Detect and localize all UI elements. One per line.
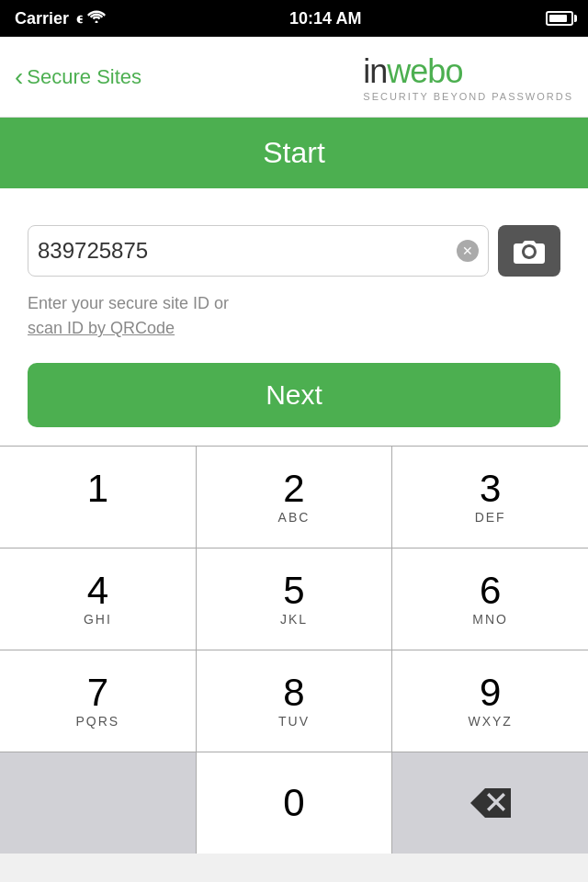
carrier-label: Carrier: [15, 9, 69, 28]
input-row: ✕: [28, 225, 560, 277]
clear-button[interactable]: ✕: [457, 240, 479, 262]
logo-tagline: SECURITY BEYOND PASSWORDS: [363, 91, 573, 102]
hint-text: Enter your secure site ID or scan ID by …: [28, 291, 560, 341]
logo: inwebo SECURITY BEYOND PASSWORDS: [363, 52, 573, 102]
keypad-row-3: 7 PQRS 8 TUV 9 WXYZ: [0, 650, 588, 752]
keypad: 1 2 ABC 3 DEF 4 GHI 5 JKL 6 MNO 7 PQRS: [0, 446, 588, 854]
back-label: Secure Sites: [27, 65, 141, 89]
key-0[interactable]: 0: [197, 752, 393, 854]
site-id-input[interactable]: [38, 238, 457, 264]
key-7[interactable]: 7 PQRS: [0, 650, 197, 752]
logo-text: inwebo: [363, 52, 462, 91]
main-content: ✕ Enter your secure site ID or scan ID b…: [0, 188, 588, 446]
key-9[interactable]: 9 WXYZ: [392, 650, 588, 752]
qr-scan-link[interactable]: scan ID by QRCode: [28, 319, 175, 337]
key-4[interactable]: 4 GHI: [0, 548, 197, 650]
back-chevron-icon: ‹: [15, 64, 23, 90]
logo-webo: webo: [387, 52, 462, 90]
battery-icon: [546, 11, 573, 26]
keypad-row-1: 1 2 ABC 3 DEF: [0, 447, 588, 548]
key-1[interactable]: 1: [0, 447, 197, 548]
svg-point-1: [525, 247, 534, 256]
key-empty: [0, 752, 197, 854]
section-header: Start: [0, 118, 588, 188]
status-left: Carrier 𝛜: [15, 9, 106, 28]
key-5[interactable]: 5 JKL: [197, 548, 393, 650]
key-8[interactable]: 8 TUV: [197, 650, 393, 752]
status-bar: Carrier 𝛜 10:14 AM: [0, 0, 588, 37]
site-id-input-wrapper: ✕: [28, 225, 489, 277]
key-6[interactable]: 6 MNO: [392, 548, 588, 650]
keypad-row-2: 4 GHI 5 JKL 6 MNO: [0, 548, 588, 650]
logo-in: in: [363, 52, 387, 90]
section-title: Start: [263, 136, 325, 169]
next-button[interactable]: Next: [28, 363, 560, 427]
back-button[interactable]: ‹ Secure Sites: [15, 64, 141, 90]
wifi-icon: 𝛜: [76, 10, 105, 27]
status-right: [546, 11, 573, 26]
status-time: 10:14 AM: [289, 9, 361, 28]
key-backspace[interactable]: [392, 752, 588, 854]
keypad-row-4: 0: [0, 752, 588, 854]
camera-button[interactable]: [498, 225, 560, 277]
key-2[interactable]: 2 ABC: [197, 447, 393, 548]
key-3[interactable]: 3 DEF: [392, 447, 588, 548]
backspace-icon: [470, 788, 511, 818]
svg-point-0: [95, 21, 97, 24]
nav-bar: ‹ Secure Sites inwebo SECURITY BEYOND PA…: [0, 37, 588, 118]
camera-icon: [513, 237, 546, 265]
